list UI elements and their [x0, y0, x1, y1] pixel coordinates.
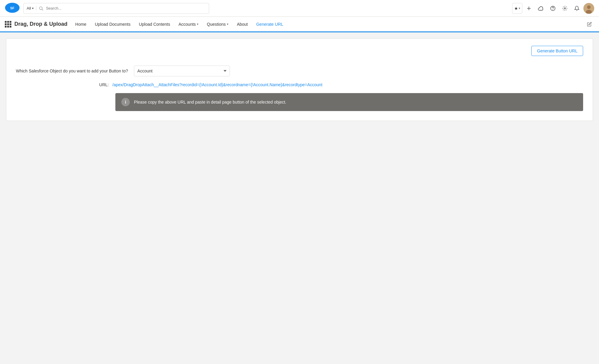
- questions-chevron-icon: ▾: [227, 22, 228, 26]
- nav-label-generate-url: Generate URL: [256, 22, 283, 27]
- grid-icon: [5, 21, 11, 28]
- accounts-chevron-icon: ▾: [197, 22, 198, 26]
- nav-edit-button[interactable]: [585, 17, 594, 31]
- top-bar: SF All ▾ ★ ▾: [0, 0, 599, 17]
- plus-icon: [526, 6, 532, 11]
- search-bar: All ▾: [23, 3, 209, 14]
- app-launcher-button[interactable]: Drag, Drop & Upload: [5, 17, 71, 31]
- nav-item-upload-contents[interactable]: Upload Contents: [135, 17, 174, 32]
- favorites-chevron: ▾: [519, 7, 520, 10]
- help-button[interactable]: [547, 3, 558, 14]
- url-value[interactable]: /apex/DragDropAttach__AttachFiles?record…: [112, 82, 322, 87]
- generate-button-url-button[interactable]: Generate Button URL: [531, 46, 583, 56]
- app-name: Drag, Drop & Upload: [14, 21, 67, 27]
- nav-item-accounts[interactable]: Accounts ▾: [174, 17, 203, 32]
- nav-item-about[interactable]: About: [233, 17, 252, 32]
- search-all-chevron: ▾: [32, 7, 34, 10]
- url-row: URL: /apex/DragDropAttach__AttachFiles?r…: [16, 82, 583, 87]
- svg-point-2: [40, 7, 42, 9]
- cloud-button[interactable]: [535, 3, 546, 14]
- svg-point-7: [553, 9, 553, 10]
- question-icon: [550, 6, 556, 11]
- main-card: Generate Button URL Which Salesforce Obj…: [6, 38, 593, 121]
- settings-button[interactable]: [559, 3, 570, 14]
- nav-label-questions: Questions: [207, 22, 226, 27]
- nav-bar: Drag, Drop & Upload Home Upload Document…: [0, 17, 599, 32]
- add-button[interactable]: [523, 3, 534, 14]
- gear-icon: [562, 6, 568, 11]
- search-all-label: All: [27, 6, 31, 10]
- search-all-dropdown[interactable]: All ▾: [27, 6, 36, 10]
- url-label: URL:: [16, 82, 109, 87]
- nav-label-accounts: Accounts: [179, 22, 196, 27]
- info-box: i Please copy the above URL and paste in…: [115, 93, 583, 111]
- main-content: Generate Button URL Which Salesforce Obj…: [0, 32, 599, 127]
- nav-item-questions[interactable]: Questions ▾: [203, 17, 233, 32]
- salesforce-logo[interactable]: SF: [5, 2, 20, 14]
- nav-label-upload-contents: Upload Contents: [139, 22, 170, 27]
- top-right-icons: ★ ▾: [512, 3, 594, 14]
- info-icon: i: [121, 98, 130, 106]
- nav-label-home: Home: [75, 22, 86, 27]
- nav-item-upload-documents[interactable]: Upload Documents: [90, 17, 135, 32]
- svg-point-8: [564, 7, 566, 9]
- svg-text:SF: SF: [10, 6, 14, 10]
- salesforce-object-select[interactable]: Account Contact Lead Opportunity Case: [134, 66, 230, 76]
- nav-label-about: About: [237, 22, 248, 27]
- star-icon: ★: [514, 6, 518, 11]
- object-selector-row: Which Salesforce Object do you want to a…: [16, 66, 583, 76]
- favorites-button[interactable]: ★ ▾: [512, 3, 522, 14]
- nav-label-upload-documents: Upload Documents: [95, 22, 130, 27]
- search-input[interactable]: [46, 6, 206, 10]
- card-top-right: Generate Button URL: [16, 46, 583, 56]
- svg-point-10: [587, 5, 591, 9]
- info-message: Please copy the above URL and paste in d…: [134, 100, 286, 104]
- cloud-icon: [538, 6, 544, 11]
- user-avatar[interactable]: [583, 3, 594, 14]
- bell-icon: [574, 6, 580, 11]
- nav-item-generate-url[interactable]: Generate URL: [252, 17, 287, 32]
- edit-icon: [587, 22, 592, 27]
- search-icon: [39, 6, 43, 11]
- nav-item-home[interactable]: Home: [71, 17, 90, 32]
- notifications-button[interactable]: [571, 3, 582, 14]
- svg-line-3: [42, 9, 43, 10]
- object-selector-label: Which Salesforce Object do you want to a…: [16, 69, 128, 73]
